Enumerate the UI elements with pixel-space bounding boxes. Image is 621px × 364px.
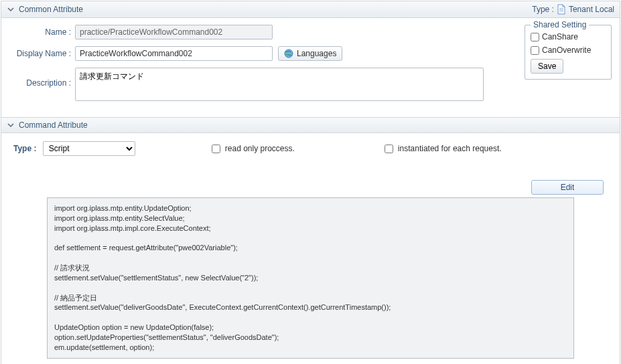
type-value: Tenant Local xyxy=(569,5,614,14)
svg-rect-2 xyxy=(559,11,563,11)
command-type-label: Type : xyxy=(13,144,36,153)
editor-panel: Common Attribute Type : Tenant Local Nam… xyxy=(1,1,620,364)
readonly-process-row[interactable]: read only proccess. xyxy=(209,143,295,155)
command-attribute-body: Type : Script read only proccess. instan… xyxy=(1,133,620,364)
type-prefix: Type : xyxy=(532,5,554,14)
description-label: Description : xyxy=(9,68,75,88)
common-attribute-title: Common Attribute xyxy=(19,5,83,14)
languages-button[interactable]: Languages xyxy=(278,46,342,61)
can-overwrite-label: CanOverwrite xyxy=(542,46,591,55)
svg-rect-0 xyxy=(559,8,563,9)
can-share-row[interactable]: CanShare xyxy=(531,32,606,41)
command-attribute-header[interactable]: Command Attribute xyxy=(1,117,620,133)
shared-save-button[interactable]: Save xyxy=(531,59,563,74)
languages-button-label: Languages xyxy=(297,49,336,58)
description-textarea[interactable]: 請求更新コマンド xyxy=(75,68,484,101)
chevron-down-icon xyxy=(7,121,15,129)
shared-setting-legend: Shared Setting xyxy=(531,20,589,29)
command-attribute-title: Command Attribute xyxy=(19,120,88,130)
readonly-process-label: read only proccess. xyxy=(225,144,295,153)
readonly-process-checkbox[interactable] xyxy=(212,145,220,153)
type-indicator: Type : Tenant Local xyxy=(532,4,614,15)
shared-setting-group: Shared Setting CanShare CanOverwrite Sav… xyxy=(525,25,612,80)
command-type-select[interactable]: Script xyxy=(43,141,135,156)
page-icon xyxy=(557,4,566,15)
can-share-checkbox[interactable] xyxy=(531,33,539,41)
globe-icon xyxy=(284,49,293,58)
common-attribute-header[interactable]: Common Attribute Type : Tenant Local xyxy=(1,1,620,18)
name-row: Name : xyxy=(9,25,516,39)
can-overwrite-row[interactable]: CanOverwrite xyxy=(531,46,606,55)
display-name-label: Display Name : xyxy=(9,46,75,58)
instantiated-label: instantiated for each request. xyxy=(398,144,502,153)
common-attribute-body: Name : Display Name : Languages xyxy=(1,18,620,117)
edit-button[interactable]: Edit xyxy=(531,180,604,195)
name-label: Name : xyxy=(9,25,75,37)
command-type-wrap: Type : Script xyxy=(11,141,135,156)
instantiated-checkbox[interactable] xyxy=(385,145,393,153)
instantiated-row[interactable]: instantiated for each request. xyxy=(382,143,502,155)
can-overwrite-checkbox[interactable] xyxy=(531,46,539,55)
display-name-row: Display Name : Languages xyxy=(9,46,516,61)
command-options-row: Type : Script read only proccess. instan… xyxy=(11,141,610,156)
can-share-label: CanShare xyxy=(542,32,578,41)
svg-rect-1 xyxy=(559,9,563,10)
script-code-area[interactable]: import org.iplass.mtp.entity.UpdateOptio… xyxy=(47,197,574,359)
name-input[interactable] xyxy=(75,25,273,39)
display-name-input[interactable] xyxy=(75,46,273,61)
svg-point-3 xyxy=(285,50,293,58)
edit-button-row: Edit xyxy=(11,180,610,195)
description-row: Description : 請求更新コマンド xyxy=(9,68,516,101)
chevron-down-icon xyxy=(7,5,15,13)
